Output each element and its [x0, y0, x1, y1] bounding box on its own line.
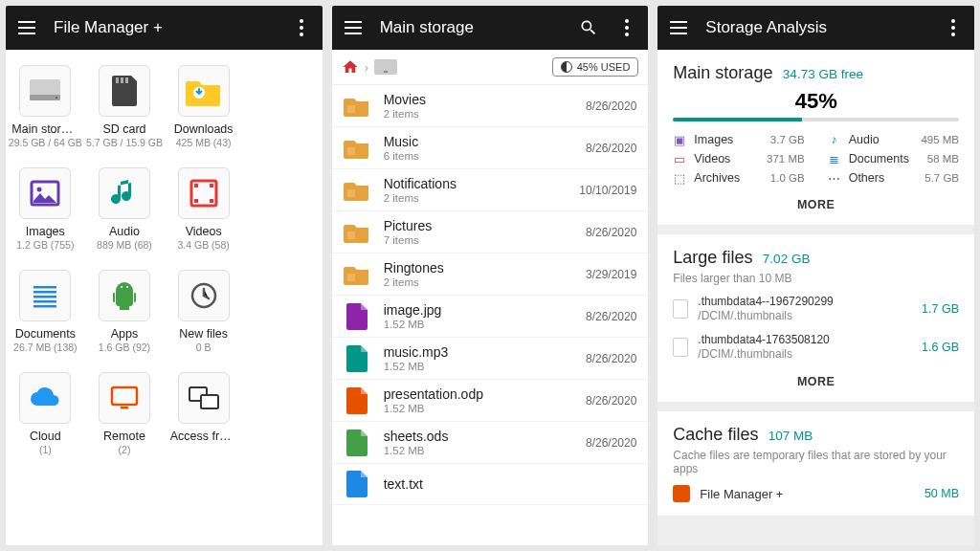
- tile-subtitle: (2): [119, 444, 131, 455]
- overflow-icon[interactable]: [290, 16, 313, 39]
- tile-new-files[interactable]: New files 0 B: [164, 270, 243, 353]
- category-value: 371 MB: [767, 153, 805, 165]
- cache-app-row[interactable]: File Manager + 50 MB: [673, 485, 959, 502]
- cloud-icon: [19, 372, 71, 424]
- category-name: Videos: [694, 152, 759, 165]
- file-meta: 1.52 MB: [384, 361, 586, 372]
- large-file-row[interactable]: .thumbdata4-1763508120/DCIM/.thumbnails …: [673, 333, 959, 362]
- file-icon: [673, 338, 688, 357]
- tile-downloads[interactable]: Downloads 425 MB (43): [164, 65, 243, 148]
- svg-point-19: [121, 286, 122, 288]
- menu-icon[interactable]: [342, 16, 365, 39]
- panel-storage-analysis: Storage Analysis Main storage 34.73 GB f…: [657, 6, 974, 545]
- panel-file-manager: File Manager + Main storage 29.5 GB / 64…: [6, 6, 323, 545]
- usage-badge[interactable]: 45% USED: [552, 57, 639, 77]
- category-videos[interactable]: ▭ Videos 371 MB: [673, 152, 804, 165]
- menu-icon[interactable]: [15, 16, 38, 39]
- svg-point-2: [56, 97, 57, 99]
- tile-subtitle: (1): [39, 444, 52, 455]
- svg-rect-23: [121, 407, 128, 409]
- category-icon: ⬚: [673, 171, 686, 185]
- file-meta: 2 items: [384, 192, 580, 204]
- category-audio[interactable]: ♪ Audio 495 MB: [828, 133, 959, 146]
- file-row[interactable]: music.mp3 1.52 MB 8/26/2020: [332, 338, 649, 380]
- category-archives[interactable]: ⬚ Archives 1.0 GB: [673, 171, 804, 185]
- size-label: 107 MB: [768, 429, 813, 443]
- category-icon: ▣: [673, 133, 686, 146]
- category-icon: ≣: [828, 152, 841, 165]
- drive-icon: [19, 65, 71, 117]
- search-icon[interactable]: [577, 16, 600, 39]
- app-bar: Storage Analysis: [657, 6, 974, 50]
- tile-apps[interactable]: Apps 1.6 GB (92): [85, 270, 165, 353]
- file-icon: [344, 303, 370, 330]
- tile-label: New files: [179, 327, 228, 341]
- file-icon: [344, 387, 370, 414]
- chevron-right-icon: ›: [365, 60, 368, 75]
- file-row[interactable]: Pictures 7 items 8/26/2020: [332, 211, 649, 253]
- svg-rect-30: [347, 274, 355, 281]
- file-row[interactable]: Notifications 2 items 10/10/2019: [332, 169, 649, 211]
- tile-videos[interactable]: Videos 3.4 GB (58): [164, 167, 243, 251]
- category-images[interactable]: ▣ Images 3.7 GB: [673, 133, 804, 146]
- tile-sd-card[interactable]: SD card 5.7 GB / 15.9 GB: [85, 65, 165, 148]
- large-file-row[interactable]: .thumbdata4--1967290299/DCIM/.thumbnails…: [673, 295, 959, 323]
- file-name: Notifications: [384, 176, 580, 191]
- file-row[interactable]: Music 6 items 8/26/2020: [332, 127, 649, 169]
- category-others[interactable]: ⋯ Others 5.7 GB: [828, 171, 959, 185]
- file-row[interactable]: text.txt: [332, 464, 649, 505]
- file-row[interactable]: sheets.ods 1.52 MB 8/26/2020: [332, 422, 649, 464]
- app-title: File Manager +: [54, 18, 275, 37]
- card-heading: Main storage: [673, 63, 772, 82]
- drive-icon[interactable]: [374, 59, 397, 75]
- file-date: 8/26/2020: [586, 99, 636, 113]
- menu-icon[interactable]: [667, 16, 690, 39]
- tile-documents[interactable]: Documents 26.7 MB (138): [6, 270, 85, 353]
- file-row[interactable]: presentation.odp 1.52 MB 8/26/2020: [332, 380, 649, 422]
- panel-main-storage: Main storage › 45% USED Movies 2 items 8…: [332, 6, 649, 545]
- tile-subtitle: 889 MB (68): [97, 239, 152, 251]
- svg-rect-18: [33, 305, 56, 308]
- home-icon[interactable]: [342, 58, 359, 76]
- tile-audio[interactable]: Audio 889 MB (68): [85, 167, 165, 251]
- svg-rect-4: [121, 77, 123, 83]
- svg-point-20: [126, 286, 128, 288]
- android-icon: [99, 270, 150, 321]
- category-grid: ▣ Images 3.7 GB♪ Audio 495 MB▭ Videos 37…: [673, 133, 959, 185]
- svg-rect-29: [347, 231, 355, 239]
- tile-subtitle: 0 B: [196, 342, 212, 353]
- cast-icon: [178, 372, 230, 424]
- large-file-size: 1.6 GB: [922, 341, 959, 354]
- more-button[interactable]: MORE: [673, 375, 959, 388]
- tile-main-storage[interactable]: Main storage 29.5 GB / 64 GB: [6, 65, 85, 148]
- folder-icon: [344, 219, 370, 246]
- category-value: 495 MB: [921, 134, 959, 145]
- svg-rect-3: [116, 77, 119, 83]
- category-documents[interactable]: ≣ Documents 58 MB: [828, 152, 959, 165]
- tile-subtitle: 3.4 GB (58): [178, 239, 230, 251]
- file-row[interactable]: Movies 2 items 8/26/2020: [332, 85, 649, 127]
- file-row[interactable]: Ringtones 2 items 3/29/2019: [332, 253, 649, 296]
- file-meta: 1.52 MB: [384, 445, 586, 456]
- file-date: 8/26/2020: [586, 436, 636, 450]
- tile-images[interactable]: Images 1.2 GB (755): [6, 167, 85, 251]
- card-main-storage: Main storage 34.73 GB free 45% ▣ Images …: [657, 50, 974, 225]
- tile-remote[interactable]: Remote (2): [85, 372, 165, 455]
- large-files-list: .thumbdata4--1967290299/DCIM/.thumbnails…: [673, 295, 959, 362]
- large-file-name: .thumbdata4-1763508120: [698, 333, 912, 347]
- category-name: Audio: [849, 133, 914, 146]
- file-name: Music: [384, 134, 586, 149]
- tile-cloud[interactable]: Cloud (1): [6, 372, 85, 455]
- overflow-icon[interactable]: [615, 16, 638, 39]
- file-row[interactable]: image.jpg 1.52 MB 8/26/2020: [332, 296, 649, 338]
- svg-rect-16: [33, 296, 56, 298]
- tile-access-from-[interactable]: Access from…: [164, 372, 243, 455]
- overflow-icon[interactable]: [942, 16, 965, 39]
- free-label: 34.73 GB free: [783, 67, 863, 81]
- tile-subtitle: 1.2 GB (755): [16, 239, 74, 251]
- category-value: 3.7 GB: [770, 134, 805, 145]
- tile-subtitle: 1.6 GB (92): [99, 342, 150, 353]
- file-date: 3/29/2019: [586, 268, 636, 281]
- more-button[interactable]: MORE: [673, 198, 959, 211]
- video-icon: [178, 167, 230, 219]
